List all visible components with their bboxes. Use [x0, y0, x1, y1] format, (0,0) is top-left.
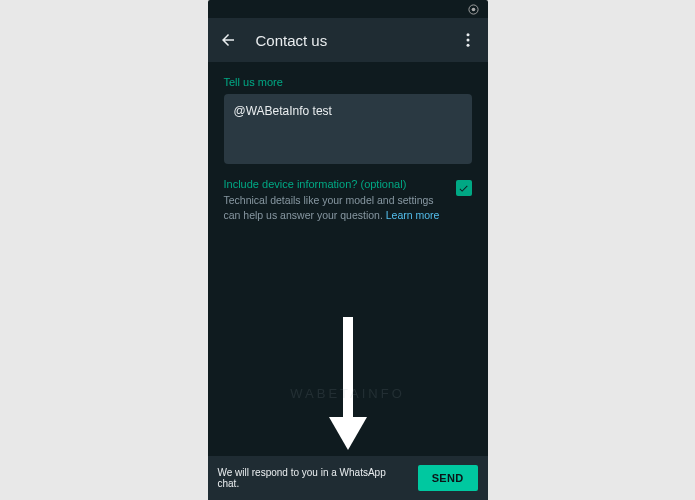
tell-us-more-label: Tell us more — [224, 76, 472, 88]
device-info-checkbox[interactable] — [456, 180, 472, 196]
message-input[interactable] — [224, 94, 472, 164]
device-info-row: Include device information? (optional) T… — [224, 178, 472, 222]
svg-marker-6 — [329, 417, 367, 450]
footer-bar: We will respond to you in a WhatsApp cha… — [208, 456, 488, 500]
device-info-text: Include device information? (optional) T… — [224, 178, 446, 222]
svg-point-4 — [466, 44, 469, 47]
svg-point-2 — [466, 33, 469, 36]
device-info-description: Technical details like your model and se… — [224, 193, 446, 222]
arrow-annotation — [323, 312, 373, 456]
svg-point-1 — [472, 7, 476, 11]
svg-point-3 — [466, 39, 469, 42]
status-bar — [208, 0, 488, 18]
app-window: Contact us Tell us more Include device i… — [208, 0, 488, 500]
content-area: Tell us more Include device information?… — [208, 62, 488, 456]
footer-respond-text: We will respond to you in a WhatsApp cha… — [218, 467, 410, 489]
notification-icon — [468, 3, 480, 15]
watermark-text: WABETAINFO — [290, 386, 405, 401]
device-info-title: Include device information? (optional) — [224, 178, 446, 190]
more-options-button[interactable] — [456, 28, 480, 52]
back-button[interactable] — [216, 28, 240, 52]
app-header: Contact us — [208, 18, 488, 62]
learn-more-link[interactable]: Learn more — [386, 209, 440, 221]
page-title: Contact us — [256, 32, 440, 49]
send-button[interactable]: SEND — [418, 465, 478, 491]
